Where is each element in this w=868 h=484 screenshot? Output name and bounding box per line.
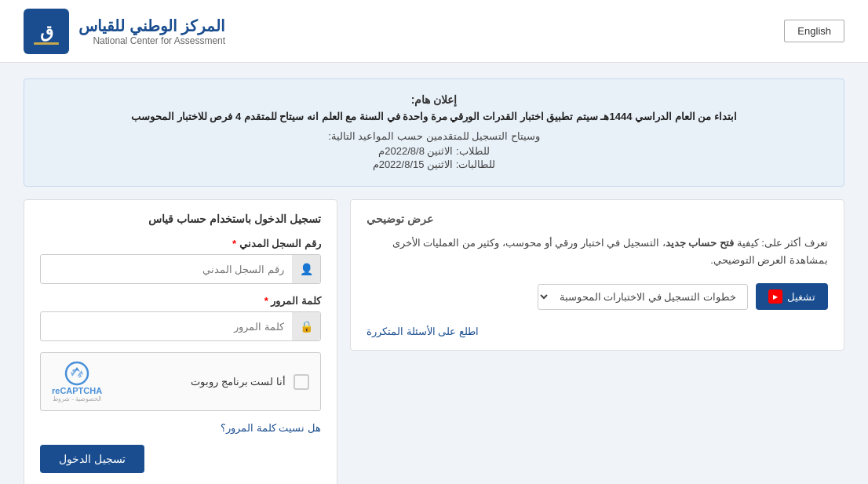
captcha-brand-area: reCAPTCHA الخصوصية - شروط [52,361,102,402]
captcha-box[interactable]: أنا لست برنامج روبوت reCAPTCHA الخصوصية … [40,352,321,411]
announcement-subtitle: وسيتاح التسجيل للمتقدمين حسب المواعيد ال… [43,130,825,142]
svg-point-1 [66,362,88,384]
captcha-text: أنا لست برنامج روبوت [191,376,286,388]
youtube-icon [768,289,782,304]
announcement-male-date: للطلاب: الاثنين 2022/8/8م [43,145,825,157]
national-id-input[interactable] [41,257,292,282]
logo-icon: ق [24,9,69,54]
national-id-group: رقم السجل المدني * 👤 [40,238,321,284]
recaptcha-brand: reCAPTCHA [52,386,102,395]
captcha-left: أنا لست برنامج روبوت [191,374,309,390]
recaptcha-icon [64,361,89,386]
main-content: إعلان هام: ابتداء من العام الدراسي 1444ه… [0,63,868,484]
person-icon: 👤 [292,255,320,283]
english-button[interactable]: English [784,20,844,42]
password-label: كلمة المرور * [40,295,321,307]
play-button-label: تشغيل [787,291,815,303]
national-id-input-wrapper: 👤 [40,254,321,284]
password-group: كلمة المرور * 🔒 [40,295,321,341]
logo-english-subtitle: National Center for Assessment [78,35,225,46]
logo-underline [34,42,59,45]
logo-text: المركز الوطني للقياس National Center for… [78,16,225,46]
login-button[interactable]: تسجيل الدخول [40,445,144,473]
header: English المركز الوطني للقياس National Ce… [0,0,868,63]
captcha-checkbox[interactable] [294,374,309,390]
announcement-body: ابتداء من العام الدراسي 1444هـ سيتم تطبي… [43,111,825,122]
qiyas-logo-svg: ق [29,14,64,49]
two-col-section: عرض توضيحي تعرف أكثر على: كيفية فتح حساب… [24,199,844,484]
demo-dropdown[interactable]: خطوات التسجيل في الاختبارات المحوسبة كيف… [538,284,748,310]
logo-area: المركز الوطني للقياس National Center for… [24,9,225,54]
password-input-wrapper: 🔒 [40,311,321,341]
announcement-female-date: للطالبات: الاثنين 2022/8/15م [43,158,825,170]
logo-arabic-title: المركز الوطني للقياس [78,16,225,35]
faq-link[interactable]: اطلع على الأسئلة المتكررة [367,326,828,337]
demo-panel-title: عرض توضيحي [367,213,828,225]
announcement-title: إعلان هام: [43,93,825,106]
play-button[interactable]: تشغيل [756,283,828,310]
svg-text:ق: ق [40,22,53,42]
forgot-password-link[interactable]: هل نسيت كلمة المرور؟ [40,422,321,434]
demo-actions: تشغيل خطوات التسجيل في الاختبارات المحوس… [367,283,828,310]
login-panel: تسجيل الدخول باستخدام حساب قياس رقم السج… [24,199,337,484]
national-id-label: رقم السجل المدني * [40,238,321,249]
lock-icon: 🔒 [292,312,320,340]
recaptcha-sub: الخصوصية - شروط [53,395,101,402]
login-panel-title: تسجيل الدخول باستخدام حساب قياس [40,213,321,225]
password-input[interactable] [41,314,292,340]
demo-panel-description: تعرف أكثر على: كيفية فتح حساب جديد، التس… [367,235,828,269]
announcement-banner: إعلان هام: ابتداء من العام الدراسي 1444ه… [24,78,844,187]
demo-panel: عرض توضيحي تعرف أكثر على: كيفية فتح حساب… [350,199,844,351]
id-required-star: * [232,238,239,249]
